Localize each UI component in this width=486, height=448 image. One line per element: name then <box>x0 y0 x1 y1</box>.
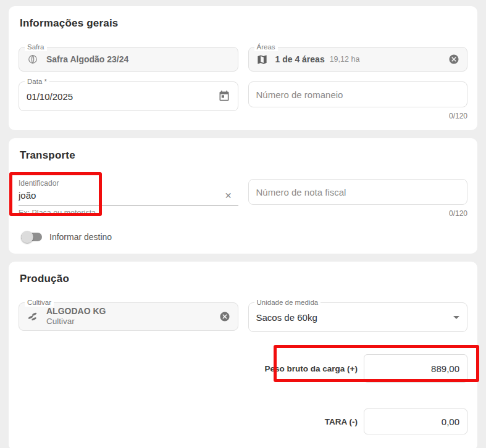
informar-destino-toggle[interactable] <box>21 231 42 243</box>
informar-destino-label: Informar destino <box>49 232 112 242</box>
tara-input[interactable] <box>364 409 467 434</box>
cancel-icon <box>448 54 459 65</box>
safra-value: Safra Algodão 23/24 <box>46 54 128 64</box>
informar-destino-row: Informar destino <box>19 230 467 244</box>
areas-value: 1 de 4 áreas <box>275 54 325 64</box>
unidade-medida-label: Unidade de medida <box>254 298 321 307</box>
identificador-input[interactable] <box>19 190 219 201</box>
areas-label: Áreas <box>254 43 278 51</box>
identificador-label: Identificador <box>19 179 238 188</box>
producao-card: Produção Cultivar ALGODAO KG Cultivar <box>9 262 477 448</box>
general-row-1: Safra Safra Algodão 23/24 Áreas 1 de 4 á… <box>19 47 467 72</box>
transporte-row-1: Identificador ✕ Ex: Placa ou motorista 0… <box>19 179 467 218</box>
cultivar-value-group: ALGODAO KG Cultivar <box>46 306 106 327</box>
safra-label: Safra <box>25 43 47 51</box>
nota-fiscal-counter: 0/120 <box>248 209 468 218</box>
map-icon <box>256 54 268 65</box>
safra-field[interactable]: Safra Safra Algodão 23/24 <box>19 47 238 72</box>
identificador-field: Identificador ✕ Ex: Placa ou motorista <box>19 179 238 217</box>
romaneio-input[interactable] <box>248 81 468 107</box>
nota-fiscal-input[interactable] <box>248 179 468 205</box>
peso-bruto-input[interactable] <box>364 354 467 383</box>
areas-detail: 19,12 ha <box>330 55 360 64</box>
general-row-2: Data * 01/10/2025 0/120 <box>19 81 467 120</box>
transporte-card: Transporte Identificador ✕ Ex: Placa ou … <box>9 138 477 254</box>
cultivar-subvalue: Cultivar <box>46 317 106 327</box>
identificador-helper: Ex: Placa ou motorista <box>19 209 238 217</box>
data-value: 01/10/2025 <box>27 91 218 102</box>
peso-bruto-label: Peso bruto da carga (+) <box>265 364 358 373</box>
section-title-general: Informações gerais <box>20 17 467 30</box>
data-field[interactable]: Data * 01/10/2025 <box>19 81 238 111</box>
chevron-down-icon <box>453 316 459 319</box>
data-label: Data * <box>25 77 49 86</box>
cotton-icon <box>27 53 39 65</box>
unidade-medida-select[interactable]: Unidade de medida Sacos de 60kg <box>248 302 468 332</box>
romaneio-group: 0/120 <box>248 81 468 120</box>
unidade-medida-value: Sacos de 60kg <box>256 312 317 323</box>
nota-fiscal-group: 0/120 <box>248 179 468 218</box>
areas-field[interactable]: Áreas 1 de 4 áreas 19,12 ha <box>248 47 468 72</box>
producao-row-1: Cultivar ALGODAO KG Cultivar <box>19 302 467 332</box>
cultivar-label: Cultivar <box>25 298 54 307</box>
seeds-icon <box>27 310 39 323</box>
general-info-card: Informações gerais Safra Safra Algodão 2… <box>9 6 477 130</box>
tara-label: TARA (-) <box>325 417 358 426</box>
cultivar-clear-button[interactable] <box>219 311 230 322</box>
clear-x-icon[interactable]: ✕ <box>219 191 238 201</box>
cultivar-value: ALGODAO KG <box>46 306 106 317</box>
identificador-value-row: ✕ <box>19 188 238 205</box>
areas-clear-button[interactable] <box>448 54 459 65</box>
romaneio-counter: 0/120 <box>248 112 468 120</box>
calendar-icon[interactable] <box>218 90 230 102</box>
section-title-transporte: Transporte <box>20 149 467 162</box>
section-title-producao: Produção <box>20 273 467 285</box>
peso-bruto-row: Peso bruto da carga (+) <box>19 354 467 383</box>
toggle-thumb <box>21 231 33 243</box>
cancel-icon <box>219 311 230 322</box>
cultivar-field[interactable]: Cultivar ALGODAO KG Cultivar <box>19 302 238 331</box>
tara-row: TARA (-) <box>19 409 467 434</box>
